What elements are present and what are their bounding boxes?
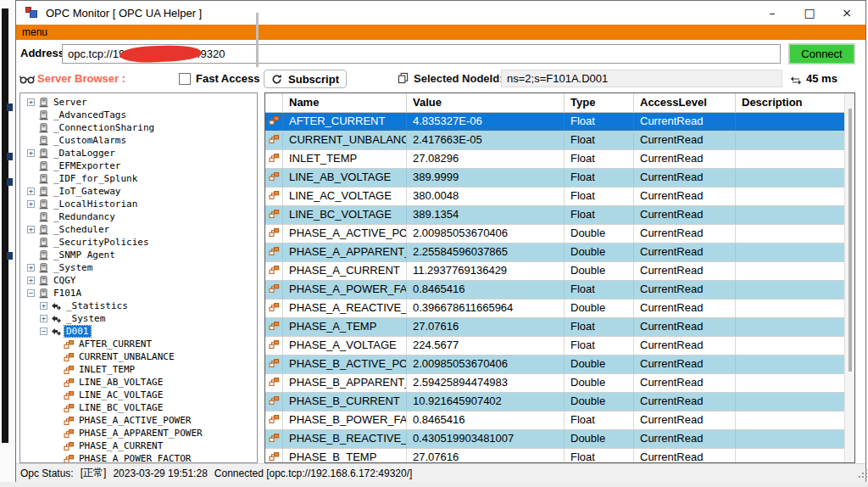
subscript-button[interactable]: Subscript <box>264 70 347 88</box>
cell-value: 389.1354 <box>407 206 565 224</box>
expand-icon[interactable]: + <box>27 264 35 271</box>
table-row[interactable]: PHASE_A_ACTIVE_PO...2.00985053670406Doub… <box>265 225 854 244</box>
cell-description <box>736 262 854 280</box>
tag-icon <box>64 454 75 464</box>
tree-item[interactable]: +_System <box>20 312 257 325</box>
column-header-accesslevel[interactable]: AccessLevel <box>634 93 736 112</box>
table-row[interactable]: PHASE_A_APPARENT_...2.25584596037865Doub… <box>265 244 854 262</box>
table-scrollbar-thumb[interactable] <box>849 109 852 372</box>
table-row[interactable]: CURRENT_UNBALANCE2.417663E-05FloatCurren… <box>265 132 854 150</box>
cell-accesslevel: CurrentRead <box>634 188 736 205</box>
tree-item[interactable]: +_DataLogger <box>20 147 257 160</box>
tree-item[interactable]: _Redundancy <box>20 210 257 223</box>
expand-icon[interactable]: + <box>27 226 35 233</box>
table-row[interactable]: PHASE_A_VOLTAGE224.5677FloatCurrentRead <box>265 337 854 355</box>
table-row[interactable]: PHASE_A_POWER_FAC...0.8465416FloatCurren… <box>265 281 854 299</box>
table-row[interactable]: PHASE_A_CURRENT11.2937769136429DoubleCur… <box>265 262 854 281</box>
table-row[interactable]: LINE_AB_VOLTAGE389.9999FloatCurrentRead <box>265 169 854 188</box>
minimize-button[interactable]: – <box>754 1 791 25</box>
server-browser-label: Server Browser : <box>37 72 125 85</box>
tree-item[interactable]: CURRENT_UNBALANCE <box>20 350 257 363</box>
table-row[interactable]: AFTER_CURRENT4.835327E-06FloatCurrentRea… <box>265 113 854 132</box>
resize-grip[interactable] <box>859 476 860 478</box>
table-row[interactable]: PHASE_B_ACTIVE_PO...2.00985053670406Doub… <box>265 355 854 374</box>
column-header-value[interactable]: Value <box>407 93 565 112</box>
table-row[interactable]: LINE_BC_VOLTAGE389.1354FloatCurrentRead <box>265 206 854 225</box>
close-button[interactable]: × <box>828 1 865 25</box>
connect-button[interactable]: Connect <box>789 44 854 64</box>
cell-value: 0.430519903481007 <box>407 430 565 448</box>
tree-item[interactable]: PHASE_A_ACTIVE_POWER <box>20 414 257 427</box>
tree-item[interactable]: +_IoT_Gateway <box>20 185 257 198</box>
tree-item-label: _Redundancy <box>52 211 117 222</box>
column-header-name[interactable]: Name <box>283 93 407 112</box>
tree-item[interactable]: +Server <box>20 96 257 109</box>
tree-item[interactable]: +_LocalHistorian <box>20 198 257 210</box>
cell-accesslevel: CurrentRead <box>634 169 736 187</box>
cell-value: 2.417663E-05 <box>407 132 565 149</box>
collapse-icon[interactable]: − <box>27 289 35 297</box>
table-row[interactable]: PHASE_B_CURRENT10.921645907402DoubleCurr… <box>265 393 854 411</box>
selected-nodeid-field[interactable]: ns=2;s=F101A.D001 <box>501 70 782 87</box>
expand-icon[interactable]: + <box>27 149 35 157</box>
tree-item[interactable]: _CustomAlarms <box>20 134 257 147</box>
table-row[interactable]: INLET_TEMP27.08296FloatCurrentRead <box>265 150 854 169</box>
tree-item[interactable]: _SecurityPolicies <box>20 236 257 249</box>
tree-item-label: _IDF_for_Splunk <box>52 173 139 184</box>
cell-description <box>736 337 854 355</box>
tree-item[interactable]: +_Statistics <box>20 299 257 312</box>
tree-item[interactable]: PHASE_A_CURRENT <box>20 439 257 452</box>
tree-item[interactable]: −F101A <box>20 287 257 299</box>
tree-item[interactable]: LINE_AB_VOLTAGE <box>20 376 257 389</box>
tag-icon <box>265 337 283 355</box>
collapse-icon[interactable]: − <box>40 327 47 335</box>
cell-type: Float <box>565 169 634 187</box>
tag-icon <box>64 365 75 375</box>
cell-accesslevel: CurrentRead <box>634 374 736 392</box>
menubar: menu <box>16 25 865 40</box>
column-header-type[interactable]: Type <box>565 93 634 112</box>
table-row[interactable]: PHASE_B_APPARENT_...2.59425894474983Doub… <box>265 374 854 393</box>
expand-icon[interactable]: + <box>27 200 35 208</box>
expand-icon[interactable]: + <box>40 315 47 322</box>
tree-item[interactable]: INLET_TEMP <box>20 363 257 376</box>
address-input[interactable]: opc.tcp://19 49320 <box>62 44 781 64</box>
expand-icon[interactable]: + <box>27 277 35 284</box>
tag-icon <box>265 113 283 131</box>
table-row[interactable]: PHASE_A_TEMP27.07616FloatCurrentRead <box>265 318 854 337</box>
cell-name: INLET_TEMP <box>283 150 407 168</box>
tree-item[interactable]: +CQGY <box>20 274 257 287</box>
tree-item[interactable]: PHASE_A_APPARENT_POWER <box>20 427 257 439</box>
cell-description <box>736 355 854 373</box>
table-row[interactable]: PHASE_B_REACTIVE_P...0.430519903481007Do… <box>265 430 854 449</box>
expand-icon[interactable]: + <box>27 188 35 195</box>
expand-icon[interactable]: + <box>27 98 35 106</box>
menu-item[interactable]: menu <box>16 26 53 38</box>
tree-item[interactable]: LINE_AC_VOLTAGE <box>20 389 257 401</box>
tree-scrollbar[interactable] <box>256 13 259 67</box>
column-header-description[interactable]: Description <box>736 93 854 112</box>
expand-icon[interactable]: + <box>40 302 47 310</box>
tree-item[interactable]: +_Scheduler <box>20 223 257 236</box>
tree-item[interactable]: +_System <box>20 261 257 274</box>
table-row[interactable]: LINE_AC_VOLTAGE380.0048FloatCurrentRead <box>265 188 854 206</box>
table-scrollbar[interactable] <box>844 93 854 462</box>
tree-item[interactable]: _IDF_for_Splunk <box>20 172 257 185</box>
cell-accesslevel: CurrentRead <box>634 244 736 261</box>
cell-name: PHASE_A_CURRENT <box>283 262 407 280</box>
tree-item[interactable]: _SNMP Agent <box>20 249 257 261</box>
tree-item[interactable]: PHASE_A_POWER_FACTOR <box>20 452 257 463</box>
tree-item[interactable]: LINE_BC_VOLTAGE <box>20 401 257 414</box>
table-row[interactable]: PHASE_A_REACTIVE_P...0.396678611665964Do… <box>265 299 854 318</box>
table-row[interactable]: PHASE_B_POWER_FAC...0.8465416FloatCurren… <box>265 411 854 430</box>
tree-item[interactable]: −D001 <box>20 325 257 338</box>
tree-item[interactable]: _AdvancedTags <box>20 109 257 121</box>
table-row[interactable]: PHASE_B_TEMP27.07616FloatCurrentRead <box>265 449 854 463</box>
fast-access-checkbox[interactable] <box>179 73 191 85</box>
tree-item[interactable]: AFTER_CURRENT <box>20 338 257 350</box>
tree-item[interactable]: _EFMExporter <box>20 160 257 172</box>
cell-description <box>736 188 854 205</box>
tree-item[interactable]: _ConnectionSharing <box>20 121 257 134</box>
maximize-button[interactable]: □ <box>791 1 828 25</box>
cell-name: PHASE_B_ACTIVE_PO... <box>283 355 407 373</box>
